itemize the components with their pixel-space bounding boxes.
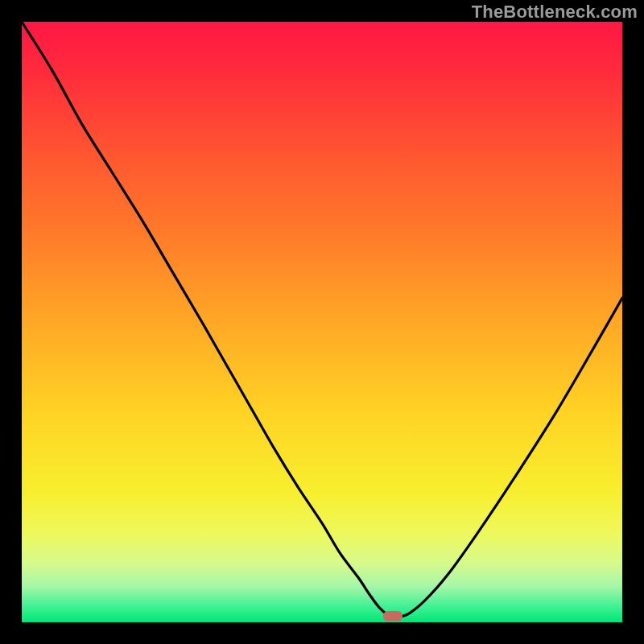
bottleneck-chart xyxy=(0,0,644,644)
chart-frame: TheBottleneck.com xyxy=(0,0,644,644)
optimum-marker xyxy=(383,611,402,621)
watermark-label: TheBottleneck.com xyxy=(472,2,638,23)
plot-background xyxy=(22,22,622,622)
